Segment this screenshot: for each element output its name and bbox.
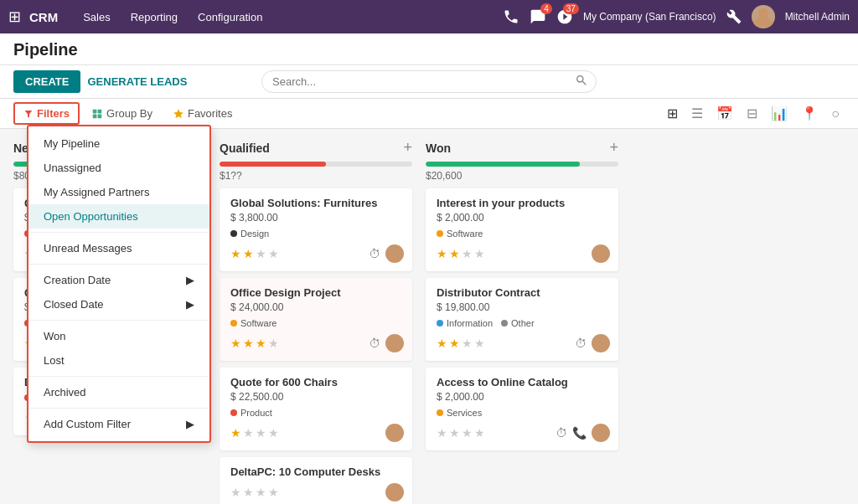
kanban-card[interactable]: Distributor Contract$ 19,800.00Informati…: [426, 278, 618, 361]
search-button[interactable]: [575, 74, 588, 90]
star-3: ★: [462, 337, 473, 350]
activity-view-button[interactable]: ○: [826, 102, 845, 125]
generate-leads-button[interactable]: GENERATE LEADS: [87, 75, 187, 88]
nav-right: 4 37 My Company (San Francisco) Mitchell…: [503, 5, 850, 28]
filters-button[interactable]: Filters: [13, 102, 80, 125]
col-title: Qualified: [220, 141, 270, 155]
kanban-card[interactable]: Global Solutions: Furnitures$ 3,800.00De…: [220, 188, 412, 271]
filter-item-my-pipeline[interactable]: My Pipeline: [28, 131, 209, 156]
col-title: Won: [426, 141, 451, 155]
filter-item-closed-date[interactable]: Closed Date▶: [28, 292, 209, 316]
card-title: Global Solutions: Furnitures: [230, 197, 404, 209]
star-1: ★: [230, 337, 241, 350]
filter-toolbar: Filters My PipelineUnassignedMy Assigned…: [0, 99, 858, 129]
filter-item-my-assigned-partners[interactable]: My Assigned Partners: [28, 180, 209, 204]
filter-item-creation-date[interactable]: Creation Date▶: [28, 268, 209, 292]
groupby-button[interactable]: Group By: [83, 104, 161, 123]
kanban-view-button[interactable]: ⊞: [662, 102, 683, 125]
card-footer: ★★★★: [437, 244, 610, 263]
nav-sales[interactable]: Sales: [75, 0, 119, 33]
kanban-card[interactable]: Interest in your products$ 2,000.00Softw…: [426, 188, 618, 271]
settings-icon-btn[interactable]: [726, 9, 742, 24]
activity-icon-btn[interactable]: 37: [556, 8, 573, 25]
grid-icon[interactable]: ⊞: [8, 8, 21, 26]
clock-icon[interactable]: ⏱: [369, 337, 380, 350]
nav-configuration[interactable]: Configuration: [189, 0, 271, 33]
tag-label: Software: [240, 318, 277, 328]
card-avatar: [385, 483, 404, 501]
messages-icon-btn[interactable]: 4: [530, 8, 546, 25]
page-title: Pipeline: [13, 40, 845, 64]
card-stars: ★★★★: [437, 247, 485, 260]
card-footer: ★★★★: [230, 483, 404, 501]
search-input[interactable]: [261, 70, 597, 93]
card-title: Quote for 600 Chairs: [230, 376, 404, 388]
create-button[interactable]: CREATE: [13, 70, 80, 93]
card-avatar: [385, 244, 404, 263]
view-icons: ⊞ ☰ 📅 ⊟ 📊 📍 ○: [662, 102, 845, 125]
col-add-button[interactable]: +: [609, 139, 618, 157]
filter-item-unread-messages[interactable]: Unread Messages: [28, 236, 209, 260]
clock-icon[interactable]: ⏱: [369, 247, 380, 260]
map-view-button[interactable]: 📍: [796, 102, 823, 125]
kanban-card[interactable]: Access to Online Catalog$ 2,000.00Servic…: [426, 368, 618, 450]
tag-label: Software: [447, 229, 483, 239]
card-stars: ★★★★: [230, 426, 279, 440]
card-amount: $ 22,500.00: [230, 391, 404, 403]
card-amount: $ 2,000.00: [437, 212, 610, 224]
star-3: ★: [256, 337, 266, 350]
card-tag: Information Other: [437, 318, 535, 328]
groupby-label: Group By: [106, 107, 152, 120]
svg-rect-3: [93, 114, 97, 118]
filter-item-lost[interactable]: Lost: [28, 348, 209, 373]
star-4: ★: [268, 426, 279, 440]
star-4: ★: [474, 247, 485, 260]
card-tag: Services: [437, 408, 482, 418]
card-title: DeltaPC: 10 Computer Desks: [230, 465, 404, 478]
card-avatar: [385, 424, 404, 442]
table-view-button[interactable]: ⊟: [742, 102, 762, 125]
chart-view-button[interactable]: 📊: [766, 102, 793, 125]
star-1: ★: [230, 426, 241, 440]
filter-item-archived[interactable]: Archived: [28, 380, 209, 404]
card-title: Office Design Project: [230, 286, 404, 299]
card-stars: ★★★★: [230, 486, 279, 499]
list-view-button[interactable]: ☰: [686, 102, 708, 125]
col-add-button[interactable]: +: [403, 139, 412, 157]
nav-reporting[interactable]: Reporting: [122, 0, 186, 33]
star-2: ★: [449, 247, 460, 260]
card-tag: Software: [437, 229, 483, 239]
card-stars: ★★★★: [437, 426, 485, 440]
star-1: ★: [230, 486, 241, 499]
card-actions: [385, 483, 404, 501]
kanban-card[interactable]: Quote for 600 Chairs$ 22,500.00Product★★…: [220, 368, 412, 450]
calendar-view-button[interactable]: 📅: [711, 102, 738, 125]
star-1: ★: [230, 247, 241, 260]
card-actions: ⏱: [369, 334, 404, 352]
phone-icon[interactable]: 📞: [572, 426, 587, 440]
user-avatar[interactable]: [752, 5, 775, 28]
filter-dropdown: My PipelineUnassignedMy Assigned Partner…: [27, 125, 211, 443]
star-1: ★: [437, 337, 447, 350]
star-2: ★: [243, 247, 254, 260]
filter-item-add-custom-filter[interactable]: Add Custom Filter▶: [28, 412, 209, 436]
clock-icon[interactable]: ⏱: [556, 426, 567, 440]
kanban-col-won: Won+$20,600Interest in your products$ 2,…: [426, 139, 618, 496]
card-stars: ★★★★: [230, 337, 279, 350]
kanban-card[interactable]: Office Design Project$ 24,000.00Software…: [220, 278, 412, 361]
filter-item-open-opportunities[interactable]: Open Opportunities: [28, 204, 209, 229]
kanban-card[interactable]: DeltaPC: 10 Computer Desks★★★★: [220, 457, 412, 504]
svg-rect-2: [98, 109, 102, 113]
card-footer: ★★★★⏱📞: [437, 424, 610, 442]
svg-rect-4: [98, 114, 102, 118]
card-amount: $ 3,800.00: [230, 212, 404, 224]
filter-item-won[interactable]: Won: [28, 324, 209, 348]
favorites-label: Favorites: [188, 107, 232, 120]
card-tag: Product: [230, 408, 272, 418]
card-avatar: [592, 334, 610, 352]
favorites-button[interactable]: Favorites: [164, 104, 240, 123]
filter-item-unassigned[interactable]: Unassigned: [28, 156, 209, 180]
clock-icon[interactable]: ⏱: [575, 337, 587, 350]
star-1: ★: [437, 426, 447, 440]
phone-icon-btn[interactable]: [503, 8, 519, 25]
